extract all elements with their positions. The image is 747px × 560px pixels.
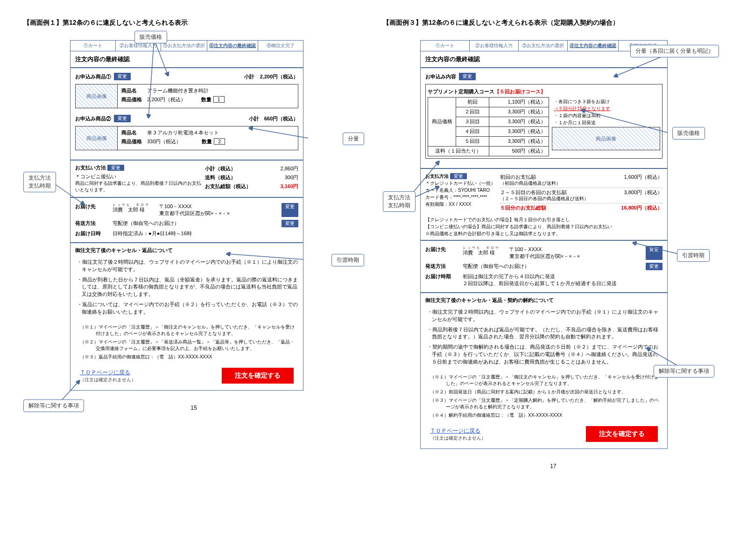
example-3: 【画面例３】第12条の６に違反しないと考えられる表示（定期購入契約の場合） 分量… <box>383 19 724 469</box>
item2-head: お申込み商品② <box>75 115 111 122</box>
item2-box: 商品画像 商品名 単３アルカリ乾電池４本セット 商品価格 330円（税込） 数量… <box>75 126 298 150</box>
checkout-steps: ①カート ②お客様情報入力 ③お支払方法の選択 ④注文内容の最終確認 ⑤御注文完… <box>70 41 303 51</box>
callout-price: 販売価格 <box>134 31 167 43</box>
callout-deliv: 引渡時期 <box>331 254 364 266</box>
callout-price: 販売価格 <box>672 127 705 140</box>
change-button[interactable]: 変更 <box>646 246 662 260</box>
top-link[interactable]: ＴＯＰページに戻る <box>430 427 486 435</box>
step-5: ⑤御注文完了 <box>258 41 303 51</box>
callout-pay: 支払方法 支払時期 <box>23 172 56 192</box>
confirm-title: 注文内容の最終確認 <box>70 51 303 68</box>
callout-cancel: 解除等に関する事項 <box>654 365 714 378</box>
example3-title: 【画面例３】第12条の６に違反しないと考えられる表示（定期購入契約の場合） <box>383 19 724 27</box>
change-button[interactable]: 変更 <box>114 115 131 122</box>
item1-head: お申込み商品① <box>75 73 111 80</box>
confirm-order-button[interactable]: 注文を確定する <box>586 426 658 442</box>
change-button[interactable]: 変更 <box>114 73 131 80</box>
change-button[interactable]: 変更 <box>282 220 298 227</box>
qty-input[interactable]: 1 <box>213 96 225 103</box>
order-frame: ①カート ②お客様情報入力 ③お支払方法の選択 ④注文内容の最終確認 ⑤御注文完… <box>420 40 668 449</box>
top-link[interactable]: ＴＯＰページに戻る <box>80 369 136 377</box>
product-image-placeholder: 商品画像 <box>76 126 118 150</box>
step-3: ③お支払方法の選択 <box>161 41 207 51</box>
callout-cancel: 解除等に関する事項 <box>23 399 84 412</box>
callout-deliv: 引渡時期 <box>677 249 710 262</box>
change-button[interactable]: 変更 <box>107 165 124 171</box>
callout-pay: 支払方法 支払時期 <box>383 191 416 212</box>
change-button[interactable]: 変更 <box>450 173 467 179</box>
item1-box: 商品画像 商品名 アラーム機能付き置き時計 商品価格 2,200円（税込） 数量… <box>75 84 298 108</box>
confirm-order-button[interactable]: 注文を確定する <box>222 368 294 384</box>
cancel-title: 御注文完了後のキャンセル・返品について <box>70 242 303 256</box>
step-1: ①カート <box>70 41 116 51</box>
example-1: 【画面例１】第12条の６に違反しないと考えられる表示 販売価格 分量 支払方法 … <box>23 19 364 469</box>
change-button[interactable]: 変更 <box>282 203 298 217</box>
callout-qty: 分量 <box>343 133 364 145</box>
product-image-placeholder: 商品画像 <box>76 84 118 108</box>
callout-qty: 分量（各回に届く分量も明記） <box>630 45 719 57</box>
order-frame: ①カート ②お客様情報入力 ③お支払方法の選択 ④注文内容の最終確認 ⑤御注文完… <box>70 40 303 391</box>
change-button[interactable]: 変更 <box>646 263 662 270</box>
cancel-notes: ・御注文完了後２時間以内は、ウェブサイトのマイページ内でのお手続（※１）により御… <box>70 256 303 323</box>
step-4: ④注文内容の最終確認 <box>207 41 258 51</box>
example1-title: 【画面例１】第12条の６に違反しないと考えられる表示 <box>23 19 364 27</box>
change-button[interactable]: 変更 <box>459 73 476 80</box>
page-number: 17 <box>383 463 724 469</box>
qty-input[interactable]: 2 <box>214 138 225 145</box>
product-image-placeholder: 商品画像 <box>552 127 660 150</box>
